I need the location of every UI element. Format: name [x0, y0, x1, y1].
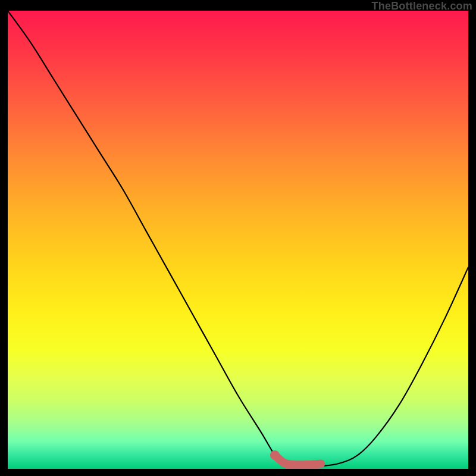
bottleneck-chart: [8, 11, 468, 469]
chart-plot-area: [8, 11, 468, 469]
highlight-start-dot: [270, 450, 280, 460]
highlight-segment-line: [275, 455, 321, 465]
bottleneck-curve-line: [8, 11, 468, 466]
